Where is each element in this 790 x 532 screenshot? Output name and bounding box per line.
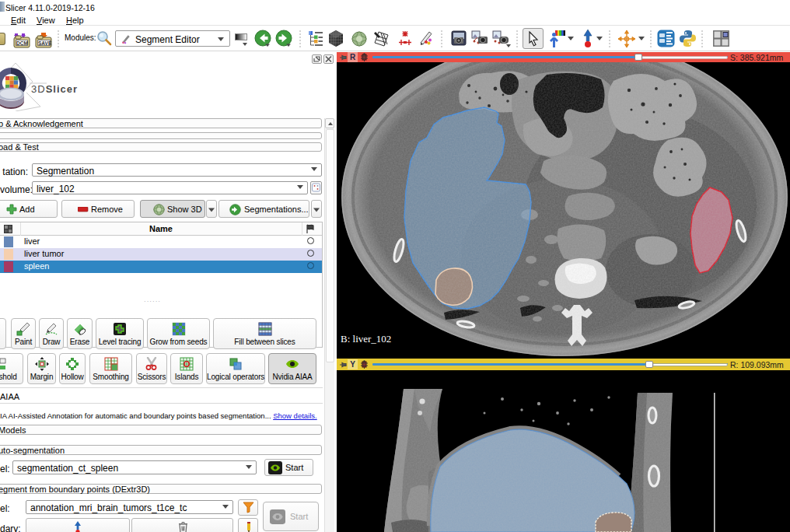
svg-text:DCM: DCM [16,40,28,46]
svg-text:B: liver_102: B: liver_102 [341,333,391,345]
svg-text:SAVE: SAVE [38,40,52,46]
